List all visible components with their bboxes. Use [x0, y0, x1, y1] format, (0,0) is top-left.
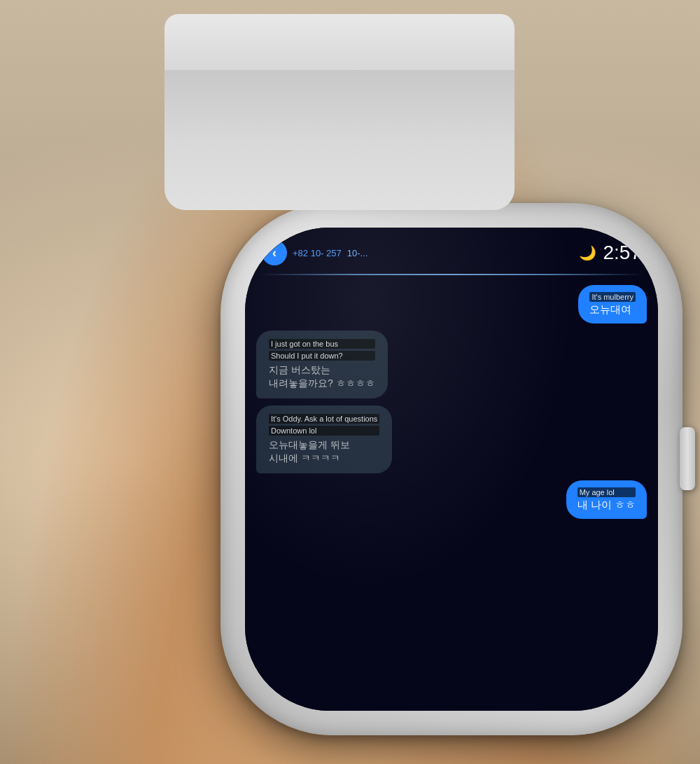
translation-1: It's mulberry [589, 292, 636, 302]
bubble-received-1: I just got on the bus Should I put it do… [256, 331, 388, 398]
status-left: ‹ +82 10- 257 10-... [262, 240, 368, 265]
message-sent-1: It's mulberry 오뉴대여 [256, 285, 647, 324]
status-right: 🌙 2:57 [579, 242, 642, 264]
divider-line [259, 274, 644, 275]
watch-crown [680, 427, 695, 490]
korean-1: 오뉴대여 [589, 303, 631, 315]
translation-2: I just got on the bus [269, 339, 375, 349]
bubble-sent-2: My age lol 내 나이 ㅎㅎ [566, 480, 647, 519]
translation-4: It's Oddy. Ask a lot of questions [269, 414, 379, 424]
korean-3: 오뉴대놓을게 뛰보시내에 ㅋㅋㅋㅋ [269, 439, 350, 464]
status-bar: ‹ +82 10- 257 10-... 🌙 2:57 [245, 228, 658, 271]
message-sent-2: My age lol 내 나이 ㅎㅎ [256, 480, 647, 519]
contact-number: +82 10- 257 [293, 248, 342, 258]
message-received-2: It's Oddy. Ask a lot of questions Downto… [256, 405, 647, 473]
translation-6: My age lol [578, 487, 636, 497]
message-received-1: I just got on the bus Should I put it do… [256, 331, 647, 398]
contact-suffix: 10-... [347, 248, 368, 258]
time-display: 2:57 [603, 242, 642, 264]
korean-2: 지금 버스탔는내려놓을까요? ㅎㅎㅎㅎ [269, 364, 375, 389]
korean-4: 내 나이 ㅎㅎ [578, 499, 636, 511]
watch-bezel: ‹ +82 10- 257 10-... 🌙 2:57 [245, 228, 658, 711]
translation-3: Should I put it down? [269, 351, 375, 361]
strap-bottom [164, 70, 514, 210]
bubble-sent-1: It's mulberry 오뉴대여 [578, 285, 647, 324]
moon-icon: 🌙 [579, 244, 596, 261]
back-icon: ‹ [272, 246, 276, 261]
watch-body: ‹ +82 10- 257 10-... 🌙 2:57 [220, 203, 682, 735]
bubble-received-2: It's Oddy. Ask a lot of questions Downto… [256, 405, 392, 473]
translation-5: Downtown lol [269, 426, 379, 436]
messages-area: It's mulberry 오뉴대여 I just got on the bus… [245, 278, 658, 711]
watch-screen: ‹ +82 10- 257 10-... 🌙 2:57 [245, 228, 658, 711]
back-button[interactable]: ‹ [262, 240, 287, 265]
